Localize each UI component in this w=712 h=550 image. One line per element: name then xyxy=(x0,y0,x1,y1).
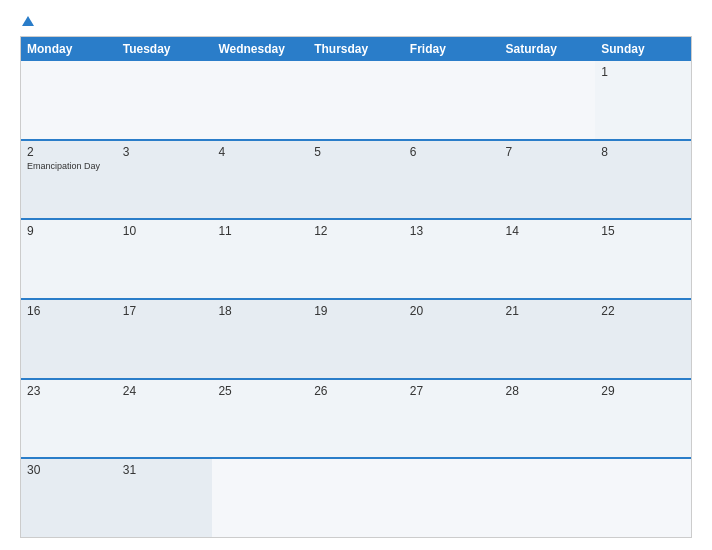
day-cell xyxy=(404,61,500,139)
day-cell: 8 xyxy=(595,141,691,219)
day-cell: 22 xyxy=(595,300,691,378)
day-cell: 30 xyxy=(21,459,117,537)
day-cell: 1 xyxy=(595,61,691,139)
day-cell: 13 xyxy=(404,220,500,298)
day-number: 13 xyxy=(410,224,494,238)
day-number: 7 xyxy=(506,145,590,159)
day-cell: 17 xyxy=(117,300,213,378)
day-cell: 29 xyxy=(595,380,691,458)
day-cell xyxy=(21,61,117,139)
day-number: 24 xyxy=(123,384,207,398)
day-cell: 16 xyxy=(21,300,117,378)
day-cell xyxy=(212,459,308,537)
day-cell xyxy=(212,61,308,139)
day-header-saturday: Saturday xyxy=(500,37,596,61)
day-number: 8 xyxy=(601,145,685,159)
day-cell: 31 xyxy=(117,459,213,537)
week-row-5: 23242526272829 xyxy=(21,378,691,458)
day-cell: 4 xyxy=(212,141,308,219)
day-number: 17 xyxy=(123,304,207,318)
day-number: 19 xyxy=(314,304,398,318)
day-header-thursday: Thursday xyxy=(308,37,404,61)
day-cell: 2Emancipation Day xyxy=(21,141,117,219)
calendar-page: MondayTuesdayWednesdayThursdayFridaySatu… xyxy=(0,0,712,550)
day-cell: 18 xyxy=(212,300,308,378)
day-number: 3 xyxy=(123,145,207,159)
day-headers-row: MondayTuesdayWednesdayThursdayFridaySatu… xyxy=(21,37,691,61)
day-number: 27 xyxy=(410,384,494,398)
week-row-3: 9101112131415 xyxy=(21,218,691,298)
day-number: 22 xyxy=(601,304,685,318)
day-cell: 3 xyxy=(117,141,213,219)
day-cell: 7 xyxy=(500,141,596,219)
header xyxy=(20,16,692,26)
day-number: 4 xyxy=(218,145,302,159)
day-cell xyxy=(117,61,213,139)
day-number: 21 xyxy=(506,304,590,318)
day-cell: 25 xyxy=(212,380,308,458)
day-cell: 24 xyxy=(117,380,213,458)
day-cell: 11 xyxy=(212,220,308,298)
weeks-container: 12Emancipation Day3456789101112131415161… xyxy=(21,61,691,537)
week-row-6: 3031 xyxy=(21,457,691,537)
day-cell: 12 xyxy=(308,220,404,298)
day-cell: 21 xyxy=(500,300,596,378)
day-number: 12 xyxy=(314,224,398,238)
day-number: 20 xyxy=(410,304,494,318)
day-cell: 20 xyxy=(404,300,500,378)
day-cell xyxy=(404,459,500,537)
holiday-label: Emancipation Day xyxy=(27,161,111,171)
day-cell: 23 xyxy=(21,380,117,458)
day-number: 25 xyxy=(218,384,302,398)
day-number: 15 xyxy=(601,224,685,238)
logo-triangle-icon xyxy=(22,16,34,26)
day-number: 26 xyxy=(314,384,398,398)
day-header-wednesday: Wednesday xyxy=(212,37,308,61)
day-number: 2 xyxy=(27,145,111,159)
day-cell: 6 xyxy=(404,141,500,219)
day-header-sunday: Sunday xyxy=(595,37,691,61)
day-number: 14 xyxy=(506,224,590,238)
day-header-monday: Monday xyxy=(21,37,117,61)
day-cell: 10 xyxy=(117,220,213,298)
day-cell: 27 xyxy=(404,380,500,458)
day-cell xyxy=(308,459,404,537)
day-number: 28 xyxy=(506,384,590,398)
day-cell: 14 xyxy=(500,220,596,298)
day-number: 10 xyxy=(123,224,207,238)
week-row-4: 16171819202122 xyxy=(21,298,691,378)
day-cell xyxy=(500,459,596,537)
day-cell: 19 xyxy=(308,300,404,378)
day-cell xyxy=(595,459,691,537)
day-number: 1 xyxy=(601,65,685,79)
day-cell: 28 xyxy=(500,380,596,458)
day-cell: 15 xyxy=(595,220,691,298)
day-cell xyxy=(308,61,404,139)
week-row-1: 1 xyxy=(21,61,691,139)
calendar-grid: MondayTuesdayWednesdayThursdayFridaySatu… xyxy=(20,36,692,538)
day-number: 11 xyxy=(218,224,302,238)
logo xyxy=(20,16,34,26)
week-row-2: 2Emancipation Day345678 xyxy=(21,139,691,219)
day-number: 31 xyxy=(123,463,207,477)
day-number: 6 xyxy=(410,145,494,159)
day-number: 30 xyxy=(27,463,111,477)
day-header-tuesday: Tuesday xyxy=(117,37,213,61)
day-cell: 9 xyxy=(21,220,117,298)
day-cell xyxy=(500,61,596,139)
day-cell: 26 xyxy=(308,380,404,458)
day-number: 23 xyxy=(27,384,111,398)
day-number: 9 xyxy=(27,224,111,238)
day-number: 16 xyxy=(27,304,111,318)
day-cell: 5 xyxy=(308,141,404,219)
day-number: 29 xyxy=(601,384,685,398)
day-number: 5 xyxy=(314,145,398,159)
day-number: 18 xyxy=(218,304,302,318)
day-header-friday: Friday xyxy=(404,37,500,61)
